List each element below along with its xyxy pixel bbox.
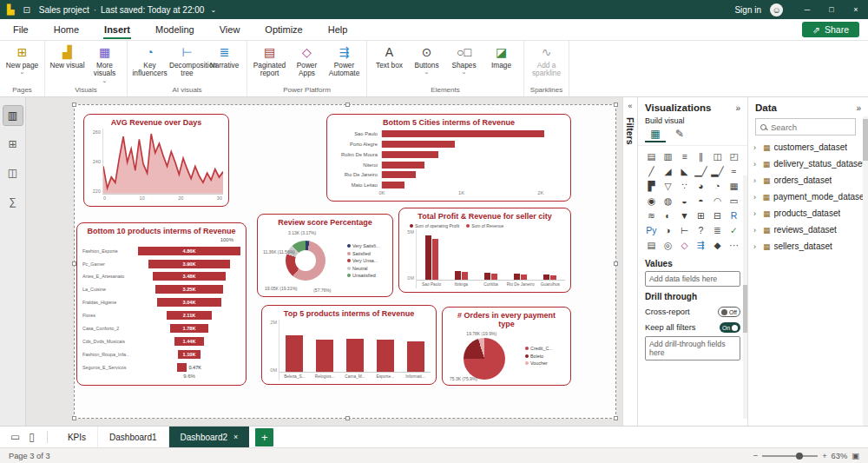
line-chart-icon[interactable]: ╱ [643,164,660,178]
menu-item-insert[interactable]: Insert [103,21,131,39]
funnel-row[interactable]: Fashion_Roupa_Infa...1.10K [82,347,240,360]
column-bar[interactable] [491,274,497,280]
dataset-field[interactable]: › ▦ payment_mode_dataset [748,189,868,205]
collapse-pane-icon[interactable]: » [735,103,740,113]
menu-item-home[interactable]: Home [53,21,80,39]
shape-map-icon[interactable]: ◒ [676,194,693,208]
report-page[interactable]: AVG Revenue over Days 2602402200102030 B… [74,104,616,419]
bar-row[interactable]: Sao Paulo [332,130,556,137]
visual-bottom-5-cities[interactable]: Bottom 5 Cities interms of Revenue Sao P… [326,114,571,202]
visual-review-score[interactable]: Review score Percentage 3.13K (3.17%)11.… [257,214,393,297]
decomposition-tree-visual-icon[interactable]: ⊢ [676,223,693,237]
r-script-visual-icon[interactable]: R [726,208,742,222]
filled-map-icon[interactable]: ◍ [660,194,676,208]
bar-row[interactable]: Mato Leitao [332,182,556,189]
zoom-slider-knob[interactable] [796,453,803,460]
waterfall-chart-icon[interactable]: ▛ [643,179,660,193]
column-bar[interactable] [543,274,549,280]
visual-orders-payment-type[interactable]: # Orders in every payment type 19.78K (1… [442,307,571,386]
column-bar[interactable] [377,340,394,372]
power-automate-visual-icon[interactable]: ⇶ [693,238,709,252]
funnel-row[interactable]: Fashion_Esporte4.86K [82,244,240,257]
dataset-field[interactable]: › ▦ delivery_status_dataset [748,155,868,172]
narrative-visual-icon[interactable]: ≣ [709,223,726,237]
ribbon-chart-icon[interactable]: ≈ [726,164,742,178]
scatter-chart-icon[interactable]: ∵ [676,179,693,193]
column-bar[interactable] [455,271,461,280]
drill-through-field-well[interactable]: Add drill-through fields here [645,336,740,360]
funnel-bar[interactable]: 3.90K [148,260,231,268]
bar[interactable] [382,151,438,158]
dataset-field[interactable]: › ▦ reviews_dataset [748,222,868,238]
python-visual-icon[interactable]: Py [643,223,660,237]
collapse-pane-icon[interactable]: » [856,103,861,113]
key-influencers-button[interactable]: ◔ Key influencers [131,45,168,78]
selection-handle[interactable] [72,103,76,107]
card-icon[interactable]: ▭ [726,194,742,208]
avatar[interactable]: ☺ [770,3,783,17]
save-icon[interactable]: ⊡ [23,5,30,15]
model-view-button[interactable]: ◫ [3,163,23,182]
chevron-right-icon[interactable]: › [753,209,762,218]
filters-pane-collapsed[interactable]: « Filters [622,97,638,426]
donut-visual[interactable] [286,241,326,281]
menu-item-help[interactable]: Help [327,21,349,39]
zoom-in-icon[interactable]: + [822,452,826,460]
column-bar[interactable] [521,274,527,280]
line-stacked-column-chart-icon[interactable]: ▂╱ [709,164,726,178]
funnel-row[interactable]: Pc_Gamer3.90K [82,257,240,270]
treemap-icon[interactable]: ▦ [726,179,742,193]
funnel-row[interactable]: Fraldas_Higiene3.04K [82,296,240,309]
desktop-layout-icon[interactable]: ▭ [10,431,20,443]
pie-visual[interactable] [464,338,505,380]
maximize-button[interactable]: □ [819,0,844,19]
funnel-bar[interactable]: 1.78K [170,324,207,333]
funnel-bar[interactable]: 2.11K [167,311,211,320]
column[interactable]: Informati... [400,320,431,380]
report-view-button[interactable]: ▥ [3,106,23,125]
map-icon[interactable]: ◉ [643,194,660,208]
column-bar[interactable] [407,341,424,372]
menu-item-modeling[interactable]: Modeling [155,21,195,39]
fit-to-page-icon[interactable]: ▣ [852,451,859,460]
more-visuals-options-icon[interactable]: ⋯ [726,238,742,252]
funnel-bar[interactable]: 3.48K [153,272,226,281]
chevron-right-icon[interactable]: › [753,143,762,152]
sign-in-link[interactable]: Sign in [734,5,761,15]
line-clustered-column-chart-icon[interactable]: ▁╱ [693,164,709,178]
column[interactable]: Relogios... [310,320,340,380]
clustered-bar-chart-icon[interactable]: ≡ [676,149,693,163]
visual-bottom-10-products[interactable]: Bottom 10 products interms of Revenue 10… [76,222,247,386]
chevron-down-icon[interactable]: ⌄ [210,6,216,14]
funnel-row[interactable]: Casa_Conforto_21.78K [82,322,240,335]
column[interactable]: Cama_M... [340,320,371,380]
chevron-right-icon[interactable]: › [753,242,762,251]
100-stacked-bar-chart-icon[interactable]: ◫ [709,149,726,163]
build-visual-tab[interactable]: ▦ [645,126,666,142]
funnel-bar[interactable]: 3.04K [157,298,221,307]
arcgis-map-icon[interactable]: ◎ [660,238,676,252]
minimize-button[interactable]: ─ [795,0,819,19]
visual-profit-revenue-city[interactable]: Total Profit & Revenue for seller city S… [398,208,571,293]
bar-row[interactable]: Rio De Janeiro [332,171,556,178]
funnel-chart-icon[interactable]: ▽ [660,179,676,193]
chevron-right-icon[interactable]: › [753,160,762,169]
column-group[interactable]: Sao Paulo [417,229,446,288]
key-influencers-visual-icon[interactable]: ◑ [660,223,676,237]
pie-chart-icon[interactable]: ◕ [693,179,709,193]
power-automate-button[interactable]: ⇶ Power Automate [326,45,363,78]
funnel-row[interactable]: Artes_E_Artesanato3.48K [82,270,240,283]
window-title[interactable]: Sales project · Last saved: Today at 22:… [39,5,216,15]
add-page-button[interactable]: + [255,428,273,446]
tab-close-icon[interactable]: × [233,433,238,441]
legend-item[interactable]: Credit_C... [525,346,565,351]
page-tab-kpis[interactable]: KPIs [56,427,98,448]
donut-chart-icon[interactable]: ◔ [709,179,726,193]
funnel-bar[interactable] [177,363,187,372]
column-bar[interactable] [346,339,364,372]
paginated-report-visual-icon[interactable]: ▤ [643,238,660,252]
bar-row[interactable]: Niteroi [332,162,556,169]
menu-item-view[interactable]: View [219,21,241,39]
column-group[interactable]: Curitiba [476,229,505,288]
expand-pane-icon[interactable]: « [628,102,632,110]
